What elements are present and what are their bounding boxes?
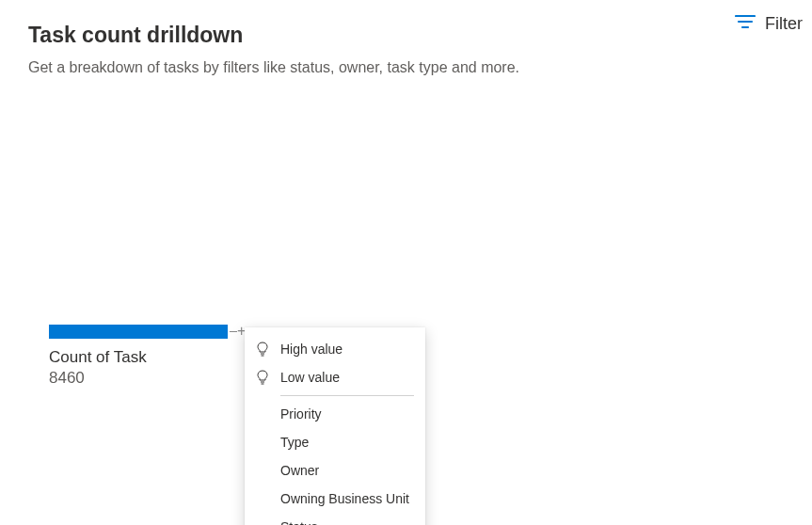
menu-item-label: Status: [280, 519, 318, 525]
filter-button[interactable]: Filter: [733, 9, 804, 38]
menu-divider: [280, 395, 414, 396]
menu-item-label: Low value: [280, 370, 340, 385]
page-title: Task count drilldown: [28, 23, 519, 48]
metric-label: Count of Task: [49, 348, 237, 367]
menu-item-status[interactable]: Status: [245, 513, 425, 525]
menu-item-label: Owning Business Unit: [280, 491, 409, 506]
menu-item-high-value[interactable]: High value: [245, 335, 425, 363]
filter-button-label: Filter: [765, 14, 803, 34]
menu-item-label: High value: [280, 342, 342, 357]
filter-icon: [735, 13, 756, 34]
menu-item-label: Priority: [280, 406, 322, 422]
menu-item-priority[interactable]: Priority: [245, 400, 425, 428]
page-subtitle: Get a breakdown of tasks by filters like…: [28, 59, 519, 76]
menu-item-low-value[interactable]: Low value: [245, 363, 425, 391]
lightbulb-icon: [256, 370, 275, 385]
bar-tick: [230, 331, 237, 332]
metric-bar-fill: [49, 325, 228, 339]
lightbulb-icon: [256, 342, 275, 357]
menu-item-label: Owner: [280, 463, 319, 478]
decomposition-tree-root: + Count of Task 8460: [49, 325, 237, 388]
menu-item-label: Type: [280, 435, 309, 450]
metric-value: 8460: [49, 369, 237, 388]
menu-item-type[interactable]: Type: [245, 428, 425, 456]
menu-item-owner[interactable]: Owner: [245, 456, 425, 485]
menu-item-owning-business-unit[interactable]: Owning Business Unit: [245, 485, 425, 513]
metric-bar[interactable]: +: [49, 325, 237, 339]
drilldown-menu: High value Low value Priority Type Owner…: [245, 327, 425, 525]
